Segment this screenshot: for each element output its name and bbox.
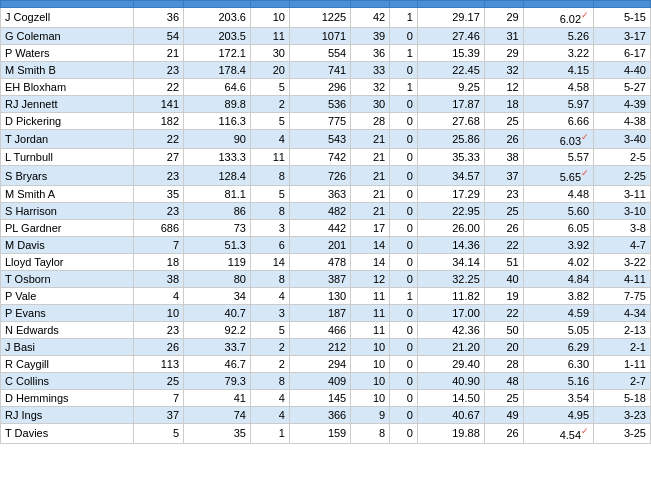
stat-cell: 64.6 (184, 78, 251, 95)
player-name: D Pickering (1, 112, 134, 129)
stat-cell: 172.1 (184, 44, 251, 61)
stat-cell: 92.2 (184, 321, 251, 338)
stat-cell: 387 (289, 270, 350, 287)
stat-cell: 4-34 (594, 304, 651, 321)
stat-cell: 11 (250, 149, 289, 166)
stat-cell: 21.20 (417, 338, 484, 355)
stat-cell: 686 (133, 219, 183, 236)
stat-cell: 2 (250, 95, 289, 112)
stat-cell: 4-40 (594, 61, 651, 78)
table-row: J Cogzell36203.610122542129.17296.02✓5-1… (1, 8, 651, 28)
stat-cell: 775 (289, 112, 350, 129)
stat-cell: 17 (351, 219, 390, 236)
stat-cell: 3.22 (523, 44, 593, 61)
stat-cell: 40 (484, 270, 523, 287)
table-row: T Osborn3880838712032.25404.844-11 (1, 270, 651, 287)
stat-cell: 6.03✓ (523, 129, 593, 149)
stat-cell: 5.26 (523, 27, 593, 44)
stat-cell: 37 (484, 166, 523, 186)
stat-cell: 42 (351, 8, 390, 28)
table-row: G Coleman54203.511107139027.46315.263-17 (1, 27, 651, 44)
stat-cell: 0 (390, 219, 418, 236)
table-row: M Davis751.3620114014.36223.924-7 (1, 236, 651, 253)
stat-cell: 1 (390, 44, 418, 61)
player-name: PL Gardner (1, 219, 134, 236)
stat-cell: 90 (184, 129, 251, 149)
stat-cell: 1071 (289, 27, 350, 44)
table-row: R Caygill11346.7229410029.40286.301-11 (1, 355, 651, 372)
stat-cell: 21 (351, 149, 390, 166)
stat-cell: 4.15 (523, 61, 593, 78)
stat-cell: 3-8 (594, 219, 651, 236)
player-name: T Osborn (1, 270, 134, 287)
stat-cell: 38 (133, 270, 183, 287)
stat-cell: 3-40 (594, 129, 651, 149)
player-name: S Bryars (1, 166, 134, 186)
stat-cell: 10 (351, 355, 390, 372)
stat-cell: 14.50 (417, 389, 484, 406)
stat-cell: 36 (133, 8, 183, 28)
col-header-c8 (484, 1, 523, 8)
stat-cell: 1 (390, 78, 418, 95)
stat-cell: 5-15 (594, 8, 651, 28)
stat-cell: 17.87 (417, 95, 484, 112)
stat-cell: 0 (390, 27, 418, 44)
table-row: P Waters21172.13055436115.39293.226-17 (1, 44, 651, 61)
stat-cell: 442 (289, 219, 350, 236)
stat-cell: 141 (133, 95, 183, 112)
table-row: D Pickering182116.3577528027.68256.664-3… (1, 112, 651, 129)
stat-cell: 26.00 (417, 219, 484, 236)
stat-cell: 38 (484, 149, 523, 166)
stat-cell: 5.97 (523, 95, 593, 112)
stat-cell: 22 (133, 78, 183, 95)
stats-table: J Cogzell36203.610122542129.17296.02✓5-1… (0, 0, 651, 444)
stat-cell: 159 (289, 423, 350, 443)
stat-cell: 51.3 (184, 236, 251, 253)
player-name: S Harrison (1, 202, 134, 219)
stat-cell: 4 (250, 389, 289, 406)
stat-cell: 2-7 (594, 372, 651, 389)
col-header-c7 (417, 1, 484, 8)
stat-cell: 4 (133, 287, 183, 304)
table-row: PL Gardner68673344217026.00266.053-8 (1, 219, 651, 236)
player-name: T Jordan (1, 129, 134, 149)
stat-cell: 26 (484, 423, 523, 443)
stat-cell: 25 (484, 112, 523, 129)
stat-cell: 41 (184, 389, 251, 406)
stat-cell: 32 (484, 61, 523, 78)
stat-cell: 4.59 (523, 304, 593, 321)
player-name: L Turnbull (1, 149, 134, 166)
table-row: T Davies53511598019.88264.54✓3-25 (1, 423, 651, 443)
stat-cell: 8 (250, 372, 289, 389)
stat-cell: 28 (351, 112, 390, 129)
table-row: J Basi2633.7221210021.20206.292-1 (1, 338, 651, 355)
stat-cell: 0 (390, 112, 418, 129)
table-row: C Collins2579.3840910040.90485.162-7 (1, 372, 651, 389)
stat-cell: 482 (289, 202, 350, 219)
stat-cell: 0 (390, 129, 418, 149)
stat-cell: 145 (289, 389, 350, 406)
col-header-c1 (133, 1, 183, 8)
stat-cell: 40.67 (417, 406, 484, 423)
col-header-c9 (523, 1, 593, 8)
table-row: N Edwards2392.2546611042.36505.052-13 (1, 321, 651, 338)
table-row: RJ Jennett14189.8253630017.87185.974-39 (1, 95, 651, 112)
stat-cell: 1-11 (594, 355, 651, 372)
stat-cell: 36 (351, 44, 390, 61)
stat-cell: 0 (390, 270, 418, 287)
player-name: C Collins (1, 372, 134, 389)
stat-cell: 212 (289, 338, 350, 355)
table-row: M Smith A3581.1536321017.29234.483-11 (1, 185, 651, 202)
stat-cell: 30 (351, 95, 390, 112)
stat-cell: 5-18 (594, 389, 651, 406)
stat-cell: 2-13 (594, 321, 651, 338)
stat-cell: 81.1 (184, 185, 251, 202)
stat-cell: 128.4 (184, 166, 251, 186)
stat-cell: 0 (390, 185, 418, 202)
stat-cell: 22.95 (417, 202, 484, 219)
stat-cell: 4 (250, 287, 289, 304)
stat-cell: 21 (133, 44, 183, 61)
stat-cell: 3-17 (594, 27, 651, 44)
stat-cell: 9.25 (417, 78, 484, 95)
stat-cell: 21 (351, 129, 390, 149)
